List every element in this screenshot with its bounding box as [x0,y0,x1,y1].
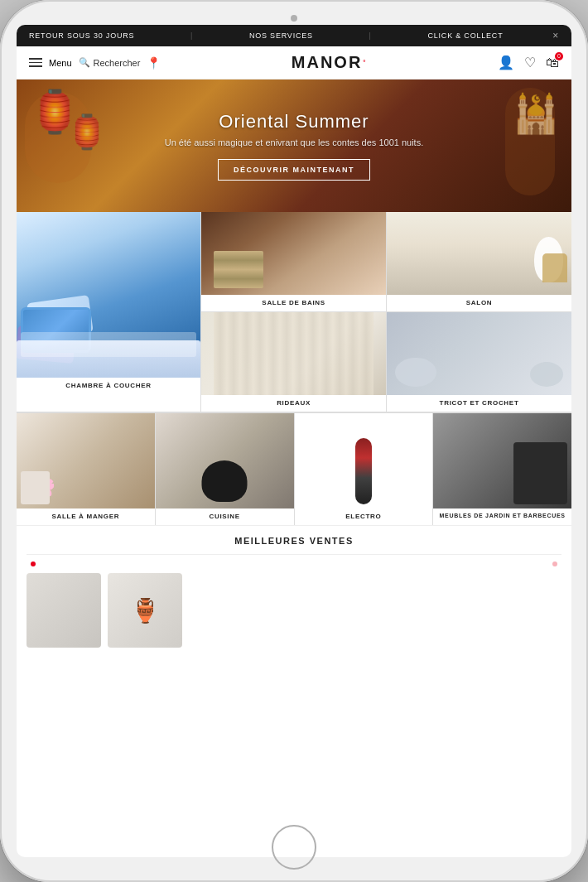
screen: RETOUR SOUS 30 JOURS | NOS SERVICES | CL… [17,25,571,857]
logo-text: MANOR [292,53,363,72]
banner-returns: RETOUR SOUS 30 JOURS [29,31,134,40]
dot-active[interactable] [31,561,36,566]
corkscrew-deco [355,438,372,504]
jar-image [433,413,571,508]
basket-deco [542,253,567,282]
logo[interactable]: MANOR° [292,53,368,72]
header: Menu 🔍 Rechercher 📍 MANOR° 👤 ♡ 🛍 0 [17,46,571,80]
tricot-image [387,312,571,395]
category-chambre[interactable]: CHAMBRE À COUCHER [17,212,201,412]
hero-banner: 🏮 🏮 🕌 Oriental Summer Un été aussi magiq… [17,80,571,212]
yarn-deco [395,358,436,387]
sdb-label: SALLE DE BAINS [201,295,386,311]
rideaux-label: RIDEAUX [201,395,386,412]
carousel-line [27,554,561,555]
category-jardin[interactable]: MEUBLES DE JARDIN ET BARBECUES [433,413,571,525]
hero-button[interactable]: DÉCOUVRIR MAINTENANT [218,159,370,181]
category-rideaux[interactable]: RIDEAUX [201,312,387,412]
category-section: CHAMBRE À COUCHER SALLE DE BAINS [17,212,571,658]
salon-image [387,212,571,295]
pot-deco [202,460,248,502]
meilleures-section: MEILLEURES VENTES 🏺 [17,525,571,658]
banner-sep2: | [369,31,372,40]
search-label: Rechercher [94,58,141,68]
sdb-image [201,212,386,295]
category-salle-bains[interactable]: SALLE DE BAINS [201,212,387,311]
right-cells: SALLE DE BAINS SALON [201,212,571,412]
category-cuisine[interactable]: CUISINE [156,413,295,525]
right-bottom: RIDEAUX TRICOT ET CROCHET [201,312,571,412]
hero-title: Oriental Summer [219,111,369,133]
grill-deco [513,442,567,504]
top-banner: RETOUR SOUS 30 JOURS | NOS SERVICES | CL… [17,25,571,46]
tablet-frame: RETOUR SOUS 30 JOURS | NOS SERVICES | CL… [0,0,588,882]
menu-label[interactable]: Menu [49,58,72,68]
banner-sep1: | [190,31,193,40]
row1-grid: CHAMBRE À COUCHER SALLE DE BAINS [17,212,571,412]
search-icon: 🔍 [79,57,90,68]
cart-icon[interactable]: 🛍 0 [546,55,559,70]
chambre-image [17,212,200,378]
el-label: ELECTRO [295,508,433,525]
wishlist-icon[interactable]: ♡ [524,55,536,70]
dot-inactive[interactable] [552,561,557,566]
banner-services: NOS SERVICES [249,31,313,40]
salon-label: SALON [387,295,571,311]
jar-label: MEUBLES DE JARDIN ET BARBECUES [433,508,571,523]
row2-grid: 🌸 SALLE À MANGER CUISINE ELECTRO [17,412,571,525]
sm-label: SALLE À MANGER [17,508,155,525]
tricot-label: TRICOT ET CROCHET [387,395,571,412]
curtain-deco [214,312,374,395]
chambre-label: CHAMBRE À COUCHER [17,378,200,394]
cui-image [156,413,294,508]
meilleures-title: MEILLEURES VENTES [27,536,561,546]
logo-dot: ° [363,59,367,66]
category-salon[interactable]: SALON [387,212,571,311]
account-icon[interactable]: 👤 [498,55,514,70]
header-left: Menu 🔍 Rechercher 📍 [29,56,161,70]
cart-badge: 0 [555,52,563,60]
menu-icon[interactable] [29,58,42,67]
right-top: SALLE DE BAINS SALON [201,212,571,312]
cui-label: CUISINE [156,508,294,525]
sm-image: 🌸 [17,413,155,508]
hero-subtitle: Un été aussi magique et enivrant que les… [165,137,423,147]
product-thumb-1[interactable] [27,573,101,648]
header-right: 👤 ♡ 🛍 0 [498,55,559,70]
el-image [295,413,433,508]
close-icon[interactable]: × [552,30,559,41]
category-salle-manger[interactable]: 🌸 SALLE À MANGER [17,413,156,525]
category-electro[interactable]: ELECTRO [295,413,434,525]
category-tricot[interactable]: TRICOT ET CROCHET [387,312,571,412]
location-icon[interactable]: 📍 [147,56,161,70]
rideaux-image [201,312,386,395]
product-thumb-2[interactable]: 🏺 [108,573,182,648]
hero-overlay: Oriental Summer Un été aussi magique et … [17,80,571,212]
banner-collect: CLICK & COLLECT [427,31,503,40]
search-area[interactable]: 🔍 Rechercher [79,57,141,68]
product-preview: 🏺 [27,566,561,648]
